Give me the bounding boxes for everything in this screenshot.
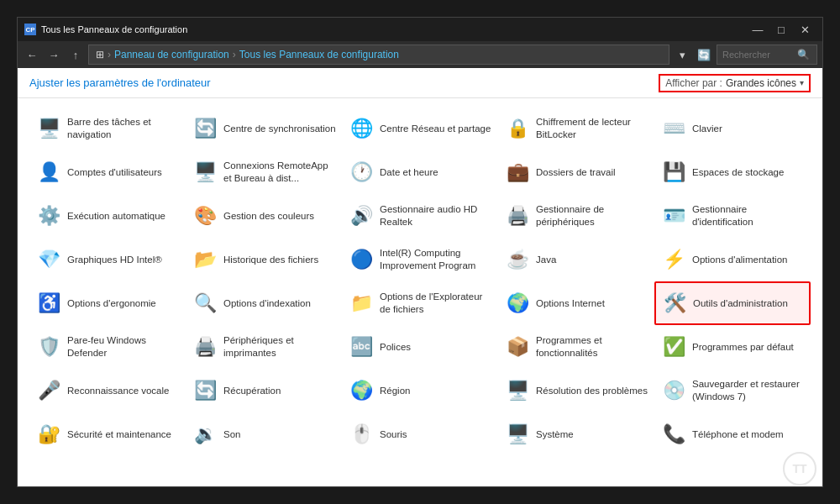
item-icon: 🔄 bbox=[192, 377, 218, 404]
item-label: Son bbox=[223, 428, 240, 441]
page-title: Ajuster les paramètres de l'ordinateur bbox=[29, 76, 211, 89]
control-panel-item[interactable]: 🖨️Gestionnaire de périphériques bbox=[498, 194, 654, 238]
control-panel-item[interactable]: 🖥️Résolution des problèmes bbox=[498, 369, 654, 412]
item-icon: ☕ bbox=[504, 246, 531, 273]
control-panel-item[interactable]: 🖨️Périphériques et imprimantes bbox=[186, 325, 342, 369]
control-panel-item[interactable]: 🔊Gestionnaire audio HD Realtek bbox=[342, 194, 498, 238]
control-panel-item[interactable]: 📁Options de l'Explorateur de fichiers bbox=[342, 281, 498, 325]
item-label: Espaces de stockage bbox=[692, 166, 784, 179]
item-icon: 🎤 bbox=[35, 377, 62, 404]
control-panel-item[interactable]: 🔄Centre de synchronisation bbox=[186, 107, 342, 150]
control-panel-item[interactable]: 🌍Options Internet bbox=[498, 281, 654, 325]
control-panel-item[interactable]: 📦Programmes et fonctionnalités bbox=[498, 325, 654, 369]
item-label: Connexions RemoteApp et Bureau à dist... bbox=[223, 160, 336, 185]
item-icon: 🔍 bbox=[192, 290, 218, 317]
control-panel-item[interactable]: 🎨Gestion des couleurs bbox=[186, 194, 342, 238]
item-label: Barre des tâches et navigation bbox=[67, 116, 180, 141]
view-by-selector[interactable]: Afficher par : Grandes icônes ▾ bbox=[659, 74, 811, 92]
control-panel-item[interactable]: 🔉Son bbox=[186, 412, 342, 456]
control-panel-item[interactable]: ♿Options d'ergonomie bbox=[29, 281, 186, 325]
up-button[interactable]: ↑ bbox=[66, 45, 85, 64]
item-icon: 🖥️ bbox=[504, 421, 531, 448]
control-panel-item[interactable]: ☕Java bbox=[498, 238, 654, 281]
item-icon: 💿 bbox=[660, 377, 687, 404]
item-icon: 🔵 bbox=[348, 246, 375, 273]
back-button[interactable]: ← bbox=[23, 45, 41, 64]
item-label: Résolution des problèmes bbox=[536, 385, 648, 397]
item-icon: ⚙️ bbox=[35, 202, 62, 229]
window-icon: CP bbox=[24, 24, 36, 35]
control-panel-item[interactable]: 💾Espaces de stockage bbox=[654, 150, 811, 194]
search-input[interactable] bbox=[722, 50, 794, 60]
control-panel-item[interactable]: 🌐Centre Réseau et partage bbox=[342, 107, 498, 150]
control-panel-item[interactable]: 🖥️Barre des tâches et navigation bbox=[29, 107, 186, 150]
item-icon: 🎨 bbox=[192, 202, 218, 229]
control-panel-item[interactable]: 💎Graphiques HD Intel® bbox=[29, 238, 186, 281]
item-label: Sauvegarder et restaurer (Windows 7) bbox=[692, 378, 805, 403]
path-segment-1[interactable]: Panneau de configuration bbox=[114, 49, 229, 60]
control-panel-item[interactable]: 🔒Chiffrement de lecteur BitLocker bbox=[498, 107, 654, 150]
item-label: Date et heure bbox=[380, 166, 438, 179]
control-panel-item[interactable]: 🖱️Souris bbox=[342, 412, 498, 456]
item-label: Chiffrement de lecteur BitLocker bbox=[536, 116, 648, 141]
control-panel-item[interactable]: 🔵Intel(R) Computing Improvement Program bbox=[342, 238, 498, 281]
control-panel-item[interactable]: 🔍Options d'indexation bbox=[186, 281, 342, 325]
control-panel-item[interactable]: 🌍Région bbox=[342, 369, 498, 412]
search-icon[interactable]: 🔍 bbox=[797, 49, 810, 60]
item-label: Options d'indexation bbox=[223, 297, 311, 310]
item-label: Gestionnaire de périphériques bbox=[536, 203, 648, 228]
control-panel-item[interactable]: 🔄Récupération bbox=[186, 369, 342, 412]
path-segment-2[interactable]: Tous les Panneaux de configuration bbox=[239, 49, 399, 60]
control-panel-item[interactable]: 🔐Sécurité et maintenance bbox=[29, 412, 186, 456]
control-panel-item[interactable]: 📂Historique des fichiers bbox=[186, 238, 342, 281]
item-icon: 🖥️ bbox=[192, 159, 218, 186]
item-icon: 🖥️ bbox=[504, 377, 531, 404]
item-label: Programmes par défaut bbox=[692, 341, 794, 354]
item-icon: 🖥️ bbox=[35, 115, 62, 142]
forward-button[interactable]: → bbox=[45, 45, 63, 64]
control-panel-item[interactable]: 🎤Reconnaissance vocale bbox=[29, 369, 186, 412]
item-icon: 🌍 bbox=[348, 377, 375, 404]
control-panel-item[interactable]: 👤Comptes d'utilisateurs bbox=[29, 150, 186, 194]
item-label: Région bbox=[380, 385, 410, 397]
control-panel-item[interactable]: 🪪Gestionnaire d'identification bbox=[654, 194, 811, 238]
item-icon: 📂 bbox=[192, 246, 218, 273]
content-area: Ajuster les paramètres de l'ordinateur A… bbox=[18, 68, 822, 486]
item-icon: 💼 bbox=[504, 159, 531, 186]
control-panel-window: CP Tous les Panneaux de configuration — … bbox=[17, 17, 823, 487]
item-label: Téléphone et modem bbox=[692, 428, 784, 441]
control-panel-item[interactable]: 💿Sauvegarder et restaurer (Windows 7) bbox=[654, 369, 811, 412]
item-icon: 👤 bbox=[35, 159, 62, 186]
control-panel-item[interactable]: ⌨️Clavier bbox=[654, 107, 811, 150]
refresh-button[interactable]: 🔄 bbox=[695, 45, 713, 64]
item-label: Centre Réseau et partage bbox=[380, 123, 491, 135]
item-icon: ♿ bbox=[35, 290, 62, 317]
control-panel-item[interactable]: 🖥️Système bbox=[498, 412, 654, 456]
control-panel-item[interactable]: 📞Téléphone et modem bbox=[654, 412, 811, 456]
item-icon: 🔉 bbox=[192, 421, 218, 448]
item-label: Périphériques et imprimantes bbox=[223, 334, 336, 360]
control-panel-item[interactable]: ⚡Options d'alimentation bbox=[654, 238, 811, 281]
control-panel-item[interactable]: 💼Dossiers de travail bbox=[498, 150, 654, 194]
item-icon: 🖱️ bbox=[348, 421, 375, 448]
item-label: Options d'alimentation bbox=[692, 254, 787, 266]
address-dropdown-button[interactable]: ▾ bbox=[673, 45, 691, 64]
item-label: Exécution automatique bbox=[67, 210, 165, 223]
item-label: Historique des fichiers bbox=[223, 254, 318, 266]
search-box: 🔍 bbox=[717, 45, 817, 65]
item-icon: 🛡️ bbox=[35, 333, 62, 360]
close-button[interactable]: ✕ bbox=[794, 21, 816, 38]
address-path[interactable]: ⊞ › Panneau de configuration › Tous les … bbox=[88, 45, 669, 65]
item-label: Sécurité et maintenance bbox=[67, 428, 171, 441]
control-panel-item[interactable]: 🔤Polices bbox=[342, 325, 498, 369]
maximize-button[interactable]: □ bbox=[770, 21, 792, 38]
control-panel-item[interactable]: 🕐Date et heure bbox=[342, 150, 498, 194]
items-grid: 🖥️Barre des tâches et navigation🔄Centre … bbox=[18, 98, 822, 486]
control-panel-item[interactable]: 🛡️Pare-feu Windows Defender bbox=[29, 325, 186, 369]
title-bar: CP Tous les Panneaux de configuration — … bbox=[18, 18, 822, 41]
control-panel-item[interactable]: 🛠️Outils d'administration bbox=[654, 281, 811, 325]
control-panel-item[interactable]: 🖥️Connexions RemoteApp et Bureau à dist.… bbox=[186, 150, 342, 194]
minimize-button[interactable]: — bbox=[747, 21, 769, 38]
control-panel-item[interactable]: ⚙️Exécution automatique bbox=[29, 194, 186, 238]
control-panel-item[interactable]: ✅Programmes par défaut bbox=[654, 325, 811, 369]
